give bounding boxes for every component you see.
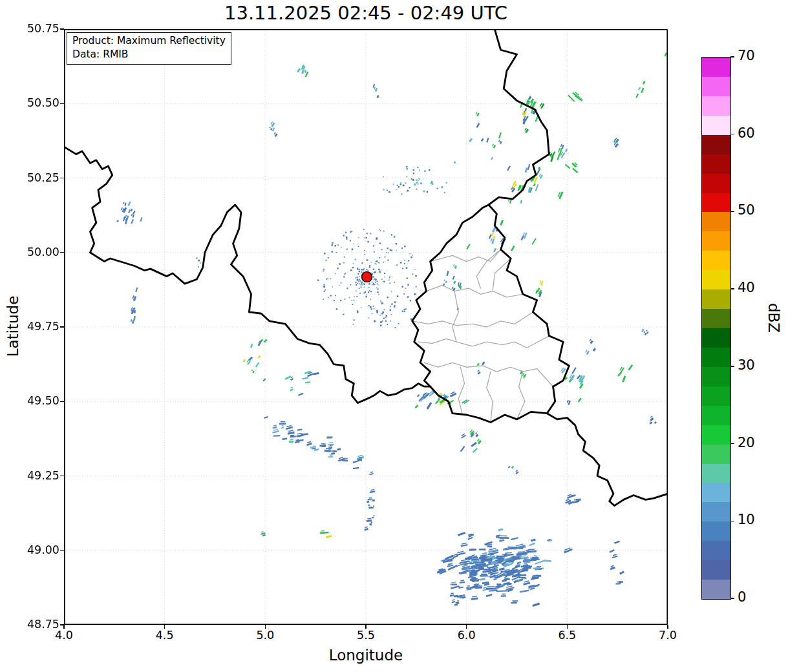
colorbar-tick-label-40: 40 <box>738 280 755 295</box>
x-tick-mark <box>466 625 467 629</box>
x-tick-label-6.5: 6.5 <box>558 629 576 642</box>
y-tick-label-48.75: 48.75 <box>27 618 59 631</box>
x-tick-label-5.0: 5.0 <box>256 629 274 642</box>
colorbar-axis-label: dBZ <box>765 303 782 333</box>
x-tick-label-5.5: 5.5 <box>357 629 375 642</box>
x-tick-mark <box>667 625 668 629</box>
colorbar-segment <box>702 425 730 444</box>
colorbar-segment <box>702 328 730 348</box>
y-tick-mark <box>60 178 64 178</box>
radar-figure-page: { "figure": {"background": "#ffffff"}, "… <box>0 0 788 672</box>
x-tick-label-4.5: 4.5 <box>156 629 174 642</box>
colorbar-tick-mark <box>730 134 734 135</box>
product-info-box: Product: Maximum Reflectivity Data: RMIB <box>67 32 231 65</box>
x-tick-mark <box>365 625 366 629</box>
colorbar-segment <box>702 270 730 289</box>
colorbar-segment <box>702 366 730 386</box>
product-info-line2: Data: RMIB <box>72 48 226 61</box>
colorbar-segment <box>702 173 730 193</box>
plot-title: 13.11.2025 02:45 - 02:49 UTC <box>224 2 507 24</box>
colorbar <box>701 57 731 600</box>
colorbar-segment <box>702 444 730 463</box>
x-tick-mark <box>265 625 266 629</box>
y-tick-label-50.50: 50.50 <box>27 96 59 109</box>
colorbar-tick-label-60: 60 <box>738 125 755 141</box>
y-tick-mark <box>60 28 64 29</box>
y-tick-label-50.00: 50.00 <box>27 246 59 258</box>
colorbar-tick-label-50: 50 <box>738 202 755 218</box>
colorbar-segment <box>702 309 730 328</box>
colorbar-tick-mark <box>730 521 734 522</box>
y-tick-label-49.25: 49.25 <box>27 469 59 482</box>
x-tick-mark <box>164 625 165 629</box>
y-tick-mark <box>60 476 64 476</box>
colorbar-segment <box>702 502 730 521</box>
colorbar-segment <box>702 289 730 309</box>
colorbar-tick-mark <box>730 443 734 445</box>
colorbar-segment <box>702 560 730 580</box>
colorbar-tick-mark <box>730 288 734 289</box>
colorbar-segment <box>702 77 730 96</box>
y-tick-label-50.75: 50.75 <box>27 22 59 35</box>
x-tick-label-7.0: 7.0 <box>659 629 677 642</box>
y-tick-label-50.25: 50.25 <box>27 171 59 184</box>
colorbar-segment <box>702 96 730 115</box>
colorbar-segment <box>702 463 730 483</box>
colorbar-segment <box>702 580 730 599</box>
x-tick-mark <box>63 625 64 629</box>
x-axis-label: Longitude <box>329 647 403 664</box>
radar-map-canvas <box>64 29 668 625</box>
colorbar-tick-mark <box>730 598 734 599</box>
x-tick-label-6.0: 6.0 <box>458 629 476 642</box>
y-tick-labels: 50.7550.5050.2550.0049.7549.5049.2549.00… <box>0 0 59 672</box>
colorbar-segment <box>702 212 730 231</box>
y-tick-label-49.50: 49.50 <box>27 394 59 407</box>
colorbar-tick-mark <box>730 211 734 213</box>
colorbar-segment <box>702 231 730 251</box>
colorbar-tick-label-0: 0 <box>738 589 746 605</box>
colorbar-segment <box>702 154 730 173</box>
y-tick-label-49.75: 49.75 <box>27 320 59 333</box>
colorbar-segment <box>702 251 730 270</box>
product-info-line1: Product: Maximum Reflectivity <box>72 34 226 48</box>
y-tick-mark <box>60 550 64 551</box>
colorbar-tick-label-70: 70 <box>738 48 755 63</box>
y-tick-mark <box>60 326 64 327</box>
x-tick-mark <box>567 625 568 629</box>
colorbar-segment <box>702 405 730 425</box>
colorbar-tick-label-30: 30 <box>738 357 755 373</box>
colorbar-segment <box>702 348 730 367</box>
colorbar-tick-mark <box>730 366 734 367</box>
colorbar-segment <box>702 483 730 502</box>
colorbar-segment <box>702 193 730 212</box>
colorbar-segment <box>702 58 730 77</box>
colorbar-tick-label-20: 20 <box>738 435 755 450</box>
y-tick-mark <box>60 103 64 104</box>
y-tick-label-49.00: 49.00 <box>27 543 59 556</box>
colorbar-segment <box>702 134 730 154</box>
y-tick-mark <box>60 624 64 625</box>
colorbar-segment <box>702 521 730 541</box>
y-tick-mark <box>60 401 64 402</box>
colorbar-segment <box>702 386 730 405</box>
colorbar-segment <box>702 115 730 134</box>
colorbar-tick-label-10: 10 <box>738 512 755 527</box>
y-tick-mark <box>60 252 64 253</box>
colorbar-segment <box>702 541 730 560</box>
colorbar-tick-mark <box>730 56 734 58</box>
